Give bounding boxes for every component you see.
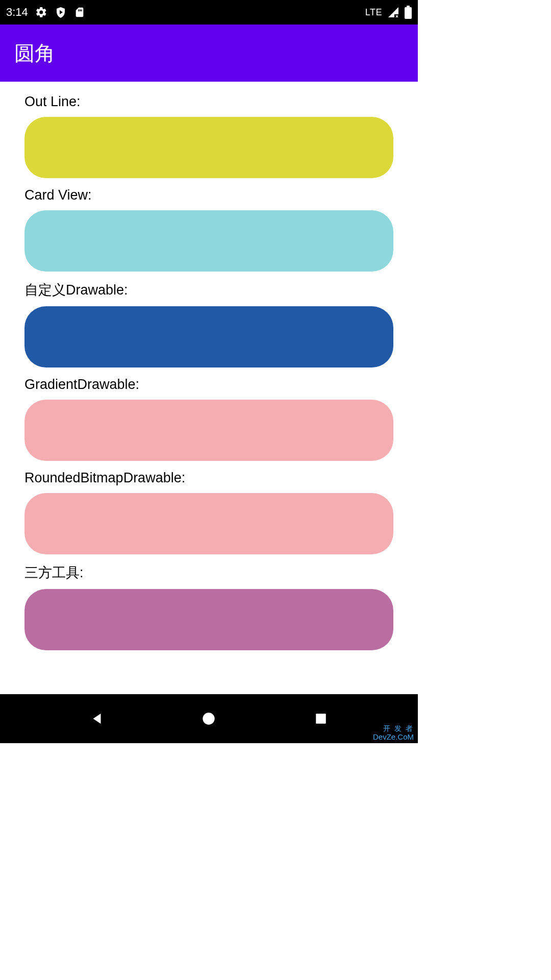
section-gradient-drawable: GradientDrawable:	[24, 377, 393, 461]
section-cardview: Card View:	[24, 187, 393, 272]
rounded-block-gradient-drawable	[24, 400, 393, 461]
section-label: Card View:	[24, 187, 393, 203]
sd-card-icon	[74, 7, 85, 18]
signal-icon	[387, 6, 399, 18]
svg-rect-4	[316, 714, 326, 724]
nav-back-button[interactable]	[77, 698, 117, 739]
svg-point-3	[203, 713, 215, 724]
status-bar: 3:14 LTE	[0, 0, 418, 24]
navigation-bar: 开 发 者 DevZe.CoM	[0, 694, 418, 743]
watermark: 开 发 者 DevZe.CoM	[373, 725, 414, 741]
settings-icon	[35, 6, 47, 18]
nav-recents-button[interactable]	[300, 698, 341, 739]
content-area: Out Line: Card View: 自定义Drawable: Gradie…	[0, 82, 418, 672]
section-label: 三方工具:	[24, 564, 393, 582]
status-right: LTE	[365, 6, 412, 19]
section-label: 自定义Drawable:	[24, 281, 393, 299]
rounded-block-cardview	[24, 210, 393, 272]
nav-home-button[interactable]	[188, 698, 229, 739]
rounded-block-outline	[24, 117, 393, 178]
watermark-line1: 开 发 者	[373, 725, 414, 732]
home-circle-icon	[202, 712, 216, 726]
rounded-block-custom-drawable	[24, 306, 393, 368]
watermark-line2: DevZe.CoM	[373, 733, 414, 742]
svg-rect-2	[407, 6, 410, 8]
rounded-block-third-party	[24, 589, 393, 650]
section-outline: Out Line:	[24, 94, 393, 178]
rounded-block-rounded-bitmap	[24, 493, 393, 554]
play-protect-icon	[55, 6, 67, 18]
status-left: 3:14	[6, 6, 85, 19]
section-label: Out Line:	[24, 94, 393, 110]
page-title: 圆角	[14, 39, 55, 67]
battery-icon	[405, 6, 412, 19]
status-time: 3:14	[6, 6, 28, 19]
recents-square-icon	[314, 712, 328, 725]
section-custom-drawable: 自定义Drawable:	[24, 281, 393, 368]
app-bar: 圆角	[0, 24, 418, 82]
network-label: LTE	[365, 7, 382, 18]
section-third-party: 三方工具:	[24, 564, 393, 650]
section-label: RoundedBitmapDrawable:	[24, 470, 393, 486]
back-triangle-icon	[89, 711, 105, 726]
section-rounded-bitmap: RoundedBitmapDrawable:	[24, 470, 393, 554]
section-label: GradientDrawable:	[24, 377, 393, 393]
svg-rect-1	[405, 7, 412, 19]
